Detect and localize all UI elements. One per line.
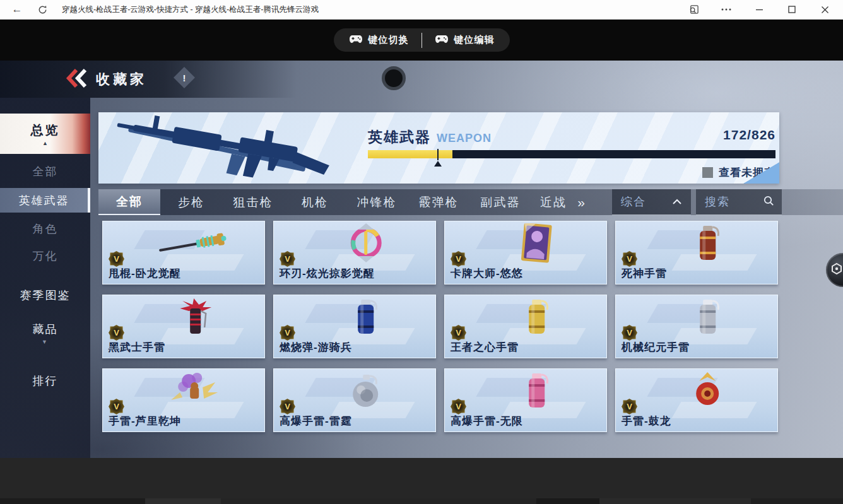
expand-down-icon: ▼ — [42, 339, 49, 345]
screen: ← 穿越火线-枪战王者-云游戏-快捷方式 - 穿越火线-枪战王者-腾讯先锋云游戏 — [0, 0, 843, 504]
search-icon — [763, 195, 774, 209]
filter-tab[interactable]: 冲锋枪 — [346, 189, 408, 215]
key-edit-label: 键位编辑 — [454, 34, 495, 46]
owned-count: 172/826 — [723, 127, 775, 143]
sidebar-category-label: 角色 — [33, 221, 58, 237]
sidebar-category-label: 万化 — [33, 249, 58, 264]
item-card[interactable]: V 手雷-鼓龙 — [615, 368, 778, 432]
item-image — [496, 297, 578, 340]
filter-tab[interactable]: 狙击枪 — [222, 189, 284, 215]
item-image — [154, 223, 236, 266]
sidebar-category[interactable]: 角色 — [0, 218, 90, 240]
collection-label: 藏品 — [33, 322, 58, 337]
sort-dropdown[interactable]: 综合 — [612, 189, 691, 215]
vip-badge-icon: V — [622, 325, 637, 341]
item-name: 机械纪元手雷 — [622, 340, 690, 355]
sidebar-item-season[interactable]: 赛季图鉴 — [0, 284, 90, 306]
item-name: 燃烧弹-游骑兵 — [280, 340, 352, 355]
weapon-banner: 英雄武器 WEAPON 172/826 查看未拥有 — [98, 112, 779, 184]
sort-label: 综合 — [621, 194, 646, 209]
vip-badge-icon: V — [451, 325, 466, 341]
search-box[interactable] — [696, 189, 782, 215]
item-name: 手雷-鼓龙 — [622, 414, 671, 428]
bottom-letterbox — [0, 458, 843, 504]
vip-badge-icon: V — [451, 399, 466, 414]
sidebar-category-list: 全部 英雄武器 角色 万化 — [0, 161, 90, 267]
sidebar-item-collection[interactable]: 藏品 ▼ — [0, 322, 90, 344]
key-switch-button[interactable]: 键位切换 — [336, 28, 422, 52]
item-name: 手雷-芦里乾坤 — [109, 414, 181, 428]
filter-tab[interactable]: 副武器 — [469, 189, 531, 215]
reload-icon[interactable] — [33, 1, 52, 18]
sidebar-category[interactable]: 全部 — [0, 161, 90, 182]
item-name: 环刃-炫光掠影觉醒 — [280, 266, 375, 281]
game-header-strip — [0, 61, 297, 98]
rifle-silhouette-icon — [107, 114, 353, 184]
game-back-button[interactable] — [64, 68, 91, 91]
filter-tab[interactable]: 全部 — [98, 189, 160, 215]
vip-badge-icon: V — [280, 251, 295, 267]
sidebar-category-label: 全部 — [33, 164, 58, 179]
item-name: 高爆手雷-雷霆 — [280, 414, 352, 428]
item-card[interactable]: V 黑武士手雷 — [102, 295, 265, 358]
filter-tab[interactable]: 霰弹枪 — [408, 189, 469, 215]
close-icon[interactable] — [818, 1, 832, 18]
item-name: 高爆手雷-无限 — [451, 414, 523, 428]
background-window-strip — [0, 498, 843, 504]
maximize-icon[interactable] — [785, 1, 799, 18]
vip-badge-icon: V — [280, 399, 295, 414]
unowned-checkbox[interactable] — [702, 167, 713, 178]
item-card[interactable]: V 机械纪元手雷 — [615, 295, 778, 358]
search-window-icon[interactable] — [687, 1, 700, 18]
item-card[interactable]: V 燃烧弹-游骑兵 — [273, 295, 436, 358]
item-card[interactable]: V 王者之心手雷 — [444, 295, 607, 358]
filter-tab[interactable]: 机枪 — [284, 189, 346, 215]
item-card[interactable]: V 高爆手雷-无限 — [444, 368, 607, 432]
minimize-icon[interactable] — [752, 1, 766, 18]
item-name: 死神手雷 — [622, 266, 667, 281]
item-image — [325, 297, 407, 340]
hexagon-icon — [830, 262, 843, 278]
sidebar-category[interactable]: 英雄武器 — [0, 188, 90, 213]
sidebar-item-overview[interactable]: 总览 ▲ — [0, 114, 90, 154]
filter-tab-label: 霰弹枪 — [419, 194, 459, 211]
item-name: 王者之心手雷 — [451, 340, 519, 355]
item-image — [667, 223, 749, 266]
item-image — [667, 297, 749, 340]
key-edit-button[interactable]: 键位编辑 — [422, 28, 507, 52]
back-icon[interactable]: ← — [8, 1, 27, 18]
filter-tab-label: 机枪 — [302, 194, 328, 211]
more-tabs-icon[interactable]: » — [570, 189, 592, 215]
keybind-pill: 键位切换 键位编辑 — [334, 28, 510, 52]
cloud-toolbar: 键位切换 键位编辑 — [0, 20, 843, 61]
search-input[interactable] — [704, 195, 758, 209]
item-card[interactable]: V 手雷-芦里乾坤 — [102, 368, 265, 432]
item-card[interactable]: V 高爆手雷-雷霆 — [273, 368, 436, 432]
key-switch-label: 键位切换 — [368, 34, 409, 46]
filter-tabs-bar: 全部 步枪 狙击枪 机枪 冲锋枪 霰弹枪 副武器 近战 » 综合 — [98, 189, 843, 215]
item-card[interactable]: V 环刃-炫光掠影觉醒 — [273, 221, 436, 284]
banner-title-en: WEAPON — [437, 132, 492, 145]
filter-tab-label: 近战 — [540, 194, 567, 211]
more-menu-icon[interactable] — [719, 1, 733, 18]
filter-tab[interactable]: 近战 — [531, 189, 568, 215]
sidebar-category-label: 英雄武器 — [19, 193, 69, 208]
item-image — [496, 223, 578, 266]
item-card[interactable]: V 卡牌大师-悠悠 — [444, 221, 607, 284]
camera-cutout — [382, 66, 406, 90]
sidebar-item-ranking[interactable]: 排行 — [0, 370, 90, 392]
item-image — [496, 371, 578, 414]
item-card[interactable]: V 甩棍-卧龙觉醒 — [102, 221, 265, 284]
vip-badge-icon: V — [109, 325, 124, 341]
titlebar-right — [687, 1, 835, 18]
vip-badge-icon: V — [280, 325, 295, 341]
gamepad-icon — [435, 35, 449, 45]
sidebar-category[interactable]: 万化 — [0, 245, 90, 267]
floating-assistant-button[interactable] — [826, 253, 843, 287]
item-name: 甩棍-卧龙觉醒 — [109, 266, 181, 281]
gamepad-icon — [349, 35, 363, 45]
filter-tab[interactable]: 步枪 — [160, 189, 222, 215]
game-viewport: 收藏家 ! 总览 ▲ 全部 英雄武器 角色 万化 赛季图鉴 藏品 ▼ 排行 — [0, 61, 843, 458]
item-card[interactable]: V 死神手雷 — [615, 221, 778, 284]
titlebar-left: ← 穿越火线-枪战王者-云游戏-快捷方式 - 穿越火线-枪战王者-腾讯先锋云游戏 — [8, 1, 319, 18]
